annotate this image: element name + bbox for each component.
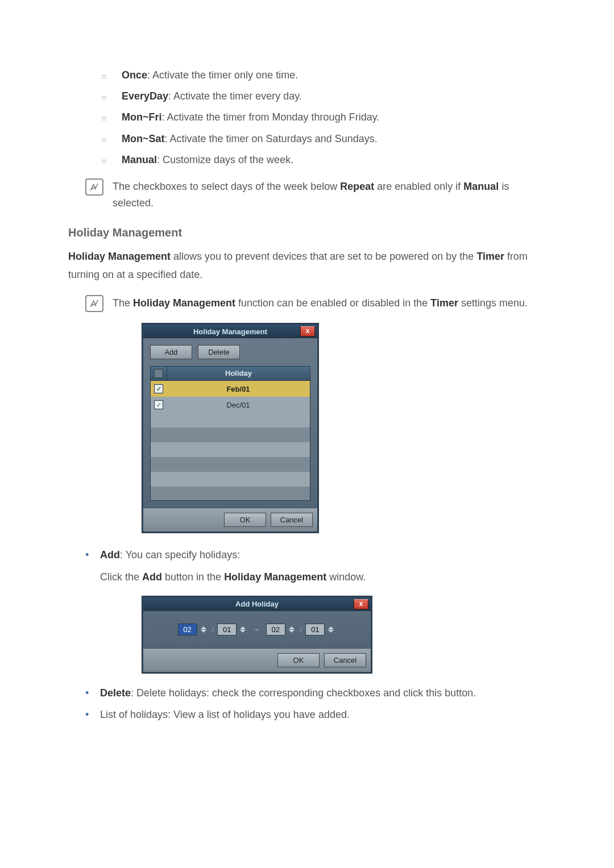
svg-line-0	[95, 184, 98, 190]
dot-bullet-icon: •	[85, 709, 100, 720]
square-bullet-icon: □	[102, 137, 122, 143]
document-page: □ Once: Activate the timer only one time…	[0, 0, 614, 796]
close-button[interactable]: x	[354, 599, 368, 609]
option-everyday: □ EveryDay: Activate the timer every day…	[102, 89, 546, 103]
dialog-footer: OK Cancel	[143, 648, 371, 672]
option-manual: □ Manual: Customize days of the week.	[102, 153, 546, 167]
dialog-titlebar: Add Holiday x	[143, 597, 371, 611]
bullet-text: Add: You can specify holidays:	[100, 546, 240, 564]
table-header: Holiday	[150, 366, 310, 381]
add-holiday-dialog: Add Holiday x 02 / 01 ~ 02 / 01 OK Cance…	[142, 596, 372, 673]
spinner-icon[interactable]	[289, 624, 297, 634]
tilde-separator: ~	[251, 625, 263, 634]
slash-separator: /	[300, 625, 302, 634]
ok-button[interactable]: OK	[277, 653, 320, 667]
add-button[interactable]: Add	[150, 345, 192, 359]
row-checkbox-cell: ✓	[151, 400, 167, 409]
bullet-text: Delete: Delete holidays: check the corre…	[100, 684, 476, 702]
square-bullet-icon: □	[102, 115, 122, 122]
row-checkbox[interactable]: ✓	[154, 400, 163, 409]
svg-line-1	[95, 300, 98, 306]
add-subtext: Click the Add button in the Holiday Mana…	[100, 568, 546, 586]
bullet-text: List of holidays: View a list of holiday…	[100, 706, 350, 724]
spinner-icon[interactable]	[328, 624, 336, 634]
header-checkbox[interactable]	[154, 369, 163, 378]
dialog-titlebar: Holiday Management x	[143, 325, 317, 338]
slash-separator: /	[212, 625, 214, 634]
day-from-input[interactable]: 01	[217, 624, 237, 636]
month-to-input[interactable]: 02	[266, 624, 285, 636]
option-text: EveryDay: Activate the timer every day.	[122, 89, 302, 103]
note-text: The Holiday Management function can be e…	[113, 295, 528, 312]
dialog-footer: OK Cancel	[143, 508, 317, 531]
cancel-button[interactable]: Cancel	[271, 513, 313, 527]
option-monsat: □ Mon~Sat: Activate the timer on Saturda…	[102, 132, 546, 146]
dot-bullet-icon: •	[85, 550, 100, 560]
ok-button[interactable]: OK	[224, 513, 266, 527]
month-from-input[interactable]: 02	[178, 624, 197, 636]
option-monfri: □ Mon~Fri: Activate the timer from Monda…	[102, 110, 546, 124]
square-bullet-icon: □	[102, 94, 122, 101]
holiday-management-desc: Holiday Management allows you to prevent…	[68, 247, 546, 284]
holiday-management-dialog: Holiday Management x Add Delete Holiday …	[142, 323, 318, 533]
header-checkbox-cell	[151, 367, 167, 380]
delete-button[interactable]: Delete	[198, 345, 240, 359]
note-icon	[85, 178, 103, 196]
spinner-icon[interactable]	[240, 624, 248, 634]
option-once: □ Once: Activate the timer only one time…	[102, 68, 546, 82]
option-text: Mon~Sat: Activate the timer on Saturdays…	[122, 132, 377, 146]
note-icon	[85, 295, 103, 312]
day-to-input[interactable]: 01	[305, 624, 325, 636]
row-value: Dec/01	[167, 401, 310, 409]
row-checkbox-cell: ✓	[151, 384, 167, 393]
bullet-delete: • Delete: Delete holidays: check the cor…	[85, 684, 546, 702]
note-hm-enable: The Holiday Management function can be e…	[85, 295, 546, 312]
close-button[interactable]: x	[300, 326, 315, 337]
cancel-button[interactable]: Cancel	[324, 653, 366, 667]
note-text: The checkboxes to select days of the wee…	[113, 178, 546, 211]
dialog-title: Add Holiday	[235, 600, 279, 608]
table-empty-rows	[150, 413, 310, 501]
option-text: Manual: Customize days of the week.	[122, 153, 293, 167]
table-row[interactable]: ✓ Feb/01	[150, 381, 310, 397]
option-text: Once: Activate the timer only one time.	[122, 68, 298, 82]
bullet-list: • List of holidays: View a list of holid…	[85, 706, 546, 724]
dialog-title: Holiday Management	[193, 327, 267, 336]
note-repeat-manual: The checkboxes to select days of the wee…	[85, 178, 546, 211]
holiday-management-heading: Holiday Management	[68, 226, 546, 239]
square-bullet-icon: □	[102, 158, 122, 164]
dot-bullet-icon: •	[85, 688, 100, 698]
bullet-add: • Add: You can specify holidays:	[85, 546, 546, 564]
dialog-button-row: Add Delete	[150, 345, 310, 359]
row-value: Feb/01	[167, 385, 310, 393]
date-range-row: 02 / 01 ~ 02 / 01	[143, 611, 371, 648]
option-text: Mon~Fri: Activate the timer from Monday …	[122, 110, 379, 124]
row-checkbox[interactable]: ✓	[154, 384, 163, 393]
square-bullet-icon: □	[102, 73, 122, 80]
table-row[interactable]: ✓ Dec/01	[150, 397, 310, 413]
dialog-body: Add Delete Holiday ✓ Feb/01 ✓ Dec/01	[143, 338, 317, 508]
column-holiday: Holiday	[167, 367, 310, 380]
spinner-icon[interactable]	[201, 624, 209, 634]
